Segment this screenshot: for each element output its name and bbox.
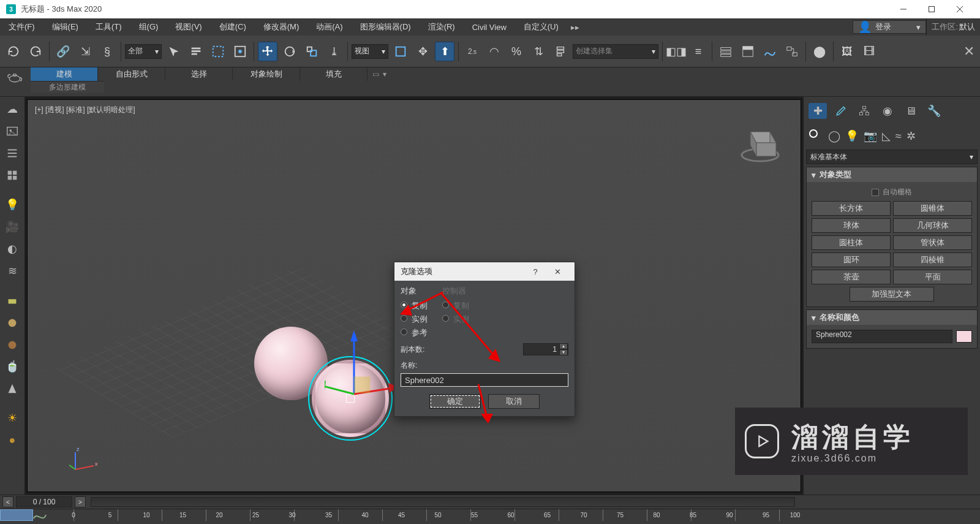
login-button[interactable]: 👤 登录 ▾ (853, 20, 926, 34)
num-copies-spinner[interactable]: 1 ▲▼ (523, 343, 568, 355)
menu-group[interactable]: 组(G) (130, 18, 167, 36)
menu-file[interactable]: 文件(F) (0, 18, 43, 36)
menu-create[interactable]: 创建(C) (211, 18, 255, 36)
menu-tools[interactable]: 工具(T) (87, 18, 130, 36)
workspace-picker[interactable]: 工作区: 默认 (926, 18, 980, 36)
name-color-header[interactable]: ▾ 名称和颜色 (807, 310, 977, 325)
perspective-viewport[interactable]: [+] [透视] [标准] [默认明暗处理] (28, 100, 801, 492)
maximize-button[interactable] (918, 0, 946, 18)
window-cross-toggle[interactable] (230, 42, 250, 61)
close-toolbar-button[interactable]: ✕ (962, 38, 976, 65)
shapes-cat[interactable]: ◯ (828, 131, 840, 142)
time-ruler[interactable]: 0 5 10 15 20 25 30 35 40 45 50 55 60 65 … (0, 509, 980, 521)
menu-modifiers[interactable]: 修改器(M) (255, 18, 308, 36)
ok-button[interactable]: 确定 (429, 394, 481, 409)
object-type-header[interactable]: ▾ 对象类型 (807, 167, 977, 182)
menu-view[interactable]: 视图(V) (167, 18, 210, 36)
menu-overflow[interactable]: ▸▸ (567, 18, 583, 36)
spacewarp-icon[interactable]: ≋ (2, 261, 22, 281)
named-selection-set-dropdown[interactable]: 创建选择集▾ (573, 44, 658, 59)
selection-lock-button[interactable]: ✥ (413, 42, 432, 61)
hierarchy-tab[interactable] (855, 103, 873, 119)
time-slider-track[interactable] (91, 497, 795, 507)
sun-icon[interactable]: ☀ (2, 408, 22, 428)
dialog-help-button[interactable]: ? (524, 267, 546, 276)
snap-angle-button[interactable]: ◠ (484, 42, 504, 61)
select-rotate-button[interactable] (280, 42, 300, 61)
btn-box[interactable]: 长方体 (812, 201, 891, 216)
display-tab[interactable]: 🖥 (902, 103, 920, 119)
ribbon-tab-selection[interactable]: 选择 (165, 67, 233, 81)
time-next-button[interactable]: > (75, 496, 86, 507)
pivot-center-button[interactable] (391, 42, 410, 61)
selection-filter-dropdown[interactable]: 全部▾ (125, 44, 162, 59)
ribbon-tab-populate[interactable]: 填充 (300, 67, 368, 81)
manipulate-button[interactable]: ⬆ (435, 42, 454, 61)
picture-icon[interactable] (2, 121, 22, 141)
rect-select-button[interactable] (208, 42, 228, 61)
lights-cat[interactable]: 💡 (845, 131, 859, 142)
select-place-button[interactable]: ⤓ (324, 42, 344, 61)
camera-create-icon[interactable]: 🎥 (2, 217, 22, 237)
geometry-cat[interactable] (809, 129, 823, 143)
cameras-cat[interactable]: 📷 (864, 131, 877, 142)
menu-customize[interactable]: 自定义(U) (515, 18, 567, 36)
bind-space-warp-button[interactable]: § (97, 42, 117, 61)
btn-sphere[interactable]: 球体 (812, 218, 891, 233)
link-button[interactable]: 🔗 (53, 42, 73, 61)
menu-animation[interactable]: 动画(A) (307, 18, 351, 36)
btn-plane[interactable]: 平面 (893, 270, 972, 284)
edit-named-sel-button[interactable] (551, 42, 570, 61)
radio-instance[interactable]: 实例 (401, 313, 428, 326)
track-curve-icon[interactable] (33, 511, 48, 520)
menu-grapheditors[interactable]: 图形编辑器(D) (352, 18, 420, 36)
unlink-button[interactable]: ⇲ (75, 42, 95, 61)
minimize-button[interactable] (889, 0, 918, 18)
geosphere-icon[interactable] (2, 335, 22, 354)
menu-civilview[interactable]: Civil View (464, 18, 515, 36)
ribbon-minimize-controls[interactable]: ▭▾ (368, 67, 391, 81)
select-move-button[interactable] (258, 42, 277, 61)
btn-cone[interactable]: 圆锥体 (893, 201, 972, 216)
viewport-label[interactable]: [+] [透视] [标准] [默认明暗处理] (35, 105, 135, 115)
redo-button[interactable] (26, 42, 45, 61)
btn-tube[interactable]: 管状体 (893, 235, 972, 250)
close-window-button[interactable] (946, 0, 974, 18)
select-by-name-button[interactable] (186, 42, 206, 61)
frame-display[interactable]: 0 / 100 (16, 496, 72, 507)
select-object-button[interactable] (164, 42, 184, 61)
ribbon-tab-modeling[interactable]: 建模 (31, 67, 98, 81)
cloud-icon[interactable]: ☁ (2, 99, 22, 119)
spinner-snap-button[interactable]: ⇅ (529, 42, 548, 61)
viewcube[interactable] (736, 116, 785, 165)
list-icon[interactable] (2, 143, 22, 163)
schematic-view-button[interactable] (782, 42, 802, 61)
modify-tab[interactable] (832, 103, 850, 119)
btn-geosphere[interactable]: 几何球体 (893, 218, 972, 233)
render-setup-button[interactable]: 🖼 (837, 42, 857, 61)
ribbon-subpanel-polymodeling[interactable]: 多边形建模 (31, 81, 104, 93)
sphere-primitive-icon[interactable] (2, 313, 22, 332)
create-category-dropdown[interactable]: 标准基本体▾ (806, 150, 978, 164)
ribbon-tab-freeform[interactable]: 自由形式 (98, 67, 165, 81)
helpers-cat[interactable]: ◺ (882, 131, 891, 142)
motion-tab[interactable]: ◉ (878, 103, 897, 119)
align-button[interactable]: ≡ (688, 42, 708, 61)
object-name-field[interactable]: Sphere002 (812, 330, 952, 343)
render-frame-button[interactable]: 🎞 (859, 42, 879, 61)
create-tab[interactable]: ✚ (809, 103, 827, 119)
clone-name-input[interactable] (401, 373, 568, 387)
teapot-primitive-icon[interactable]: 🍵 (2, 357, 22, 376)
snap-25-button[interactable]: 2.5 (462, 42, 482, 61)
btn-cylinder[interactable]: 圆柱体 (812, 235, 891, 250)
btn-torus[interactable]: 圆环 (812, 253, 891, 267)
ribbon-tab-objectpaint[interactable]: 对象绘制 (233, 67, 300, 81)
mirror-button[interactable]: ◧◨ (666, 42, 686, 61)
dialog-close-button[interactable]: ✕ (546, 267, 568, 276)
layer-explorer-button[interactable] (716, 42, 736, 61)
teapot-icon[interactable] (6, 70, 23, 83)
time-slider-thumb[interactable] (0, 509, 33, 521)
box-primitive-icon[interactable] (2, 290, 22, 310)
curve-editor-button[interactable] (760, 42, 780, 61)
cancel-button[interactable]: 取消 (488, 394, 540, 409)
